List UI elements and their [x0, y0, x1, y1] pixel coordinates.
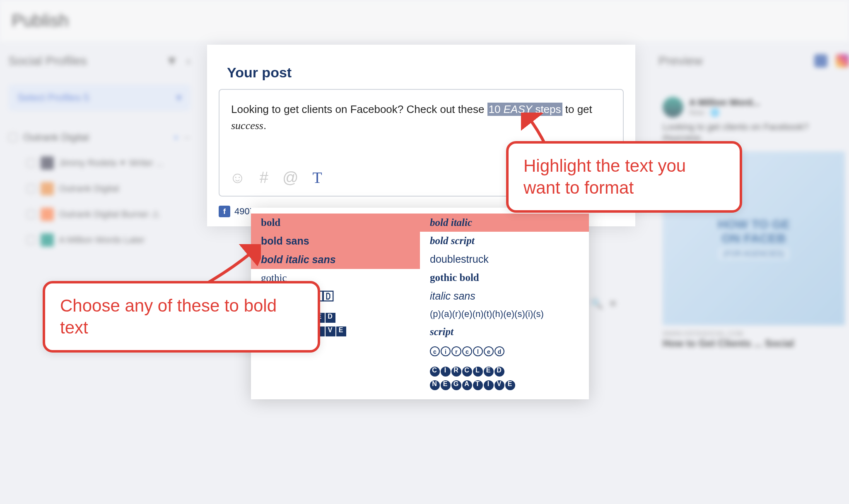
- format-option-bold-italic-sans[interactable]: bold italic sans: [251, 250, 420, 269]
- profile-select-label: Select Profiles 5: [17, 92, 89, 103]
- sidebar-heading: Social Profiles: [8, 54, 87, 68]
- text-format-icon[interactable]: T: [313, 168, 322, 187]
- group-badge-icon: ●: [174, 134, 178, 141]
- post-text-script: success: [231, 120, 263, 132]
- profile-label[interactable]: Outrank Digital: [59, 183, 119, 194]
- format-option-doublestruck[interactable]: doublestruck: [420, 250, 589, 269]
- post-text-after: .: [263, 119, 266, 132]
- facebook-mini-icon: f: [219, 206, 230, 217]
- hashtag-icon[interactable]: #: [260, 169, 268, 187]
- list-item: A Million Words Later: [8, 229, 191, 251]
- callout-text: Choose any of these to bold text: [60, 295, 303, 338]
- format-option-script[interactable]: script: [420, 323, 589, 341]
- format-option-bold-sans[interactable]: bold sans: [251, 232, 420, 250]
- format-menu-column-2: bold italic bold script doublestruck got…: [420, 214, 589, 394]
- format-option-bold-italic[interactable]: bold italic: [420, 214, 589, 232]
- annotation-callout-choose: Choose any of these to bold text: [43, 281, 320, 353]
- checkbox[interactable]: [27, 235, 36, 245]
- preview-heading: Preview: [658, 54, 806, 68]
- checkbox[interactable]: [27, 184, 36, 193]
- avatar: [41, 156, 54, 170]
- format-option-gothic-bold[interactable]: gothic bold: [420, 269, 589, 287]
- checkbox[interactable]: [8, 133, 17, 142]
- composer-toolbar: ☺ # @ T: [229, 168, 322, 187]
- format-option-circled-negative[interactable]: CIRCLEDNEGATIVE: [420, 360, 589, 394]
- close-icon[interactable]: ✕: [609, 298, 617, 310]
- profile-select-dropdown[interactable]: Select Profiles 5 ▾: [8, 84, 191, 111]
- preview-url: WWW.VISTASOCIAL.COM: [663, 330, 845, 338]
- avatar: [41, 182, 54, 195]
- emoji-icon[interactable]: ☺: [229, 169, 246, 187]
- format-option-bold-script[interactable]: bold script: [420, 232, 589, 250]
- avatar: [41, 233, 54, 247]
- facebook-icon[interactable]: [814, 54, 827, 67]
- preview-card-title: How to Get Clients ... Social: [663, 338, 845, 349]
- avatar: [41, 208, 54, 221]
- checkbox[interactable]: [27, 158, 36, 168]
- group-menu-icon[interactable]: ⋯: [184, 134, 191, 142]
- modal-title: Your post: [207, 45, 635, 89]
- profile-label[interactable]: Jimmy Rodela ✦ Writer ...: [59, 158, 163, 168]
- format-option-italic-sans[interactable]: italic sans: [420, 287, 589, 305]
- chevron-down-icon: ▾: [176, 92, 181, 103]
- callout-text: Highlight the text you want to format: [523, 155, 725, 199]
- filter-icon[interactable]: ▼: [166, 54, 178, 68]
- list-item: Outrank Digital Burner ⚠: [8, 204, 191, 225]
- profile-label[interactable]: A Million Words Later: [59, 235, 145, 245]
- format-option-bold[interactable]: bold: [251, 214, 420, 232]
- collapse-icon[interactable]: ‹: [186, 54, 191, 68]
- sidebar: Social Profiles ▼ ‹ Select Profiles 5 ▾ …: [8, 54, 191, 255]
- format-option-circled[interactable]: circled: [420, 341, 589, 360]
- profile-label[interactable]: Outrank Digital Burner ⚠: [59, 209, 160, 220]
- mention-icon[interactable]: @: [282, 169, 299, 187]
- list-item: Jimmy Rodela ✦ Writer ...: [8, 152, 191, 174]
- annotation-callout-highlight: Highlight the text you want to format: [506, 141, 742, 213]
- checkbox[interactable]: [27, 210, 36, 219]
- page-title: Publish: [12, 11, 69, 31]
- avatar: [663, 97, 683, 118]
- group-name: Outrank Digital: [23, 132, 89, 143]
- list-item: Outrank Digital: [8, 178, 191, 199]
- format-option-parenthesis[interactable]: (p)(a)(r)(e)(n)(t)(h)(e)(s)(i)(s): [420, 305, 589, 323]
- preview-post-text: Looking to get clients on Facebook? #suc…: [663, 122, 845, 143]
- search-icon[interactable]: 🔍: [591, 298, 603, 310]
- preview-timestamp: Now · 🌐: [689, 108, 760, 117]
- instagram-icon[interactable]: [836, 54, 849, 67]
- sidebar-heading-row: Social Profiles ▼ ‹: [8, 54, 191, 68]
- post-text-before: Looking to get clients on Facebook? Chec…: [231, 103, 487, 115]
- profile-group-row[interactable]: Outrank Digital ● ⋯: [8, 127, 191, 147]
- page-header: Publish: [0, 0, 849, 41]
- preview-account-name: A Million Word...: [689, 97, 760, 108]
